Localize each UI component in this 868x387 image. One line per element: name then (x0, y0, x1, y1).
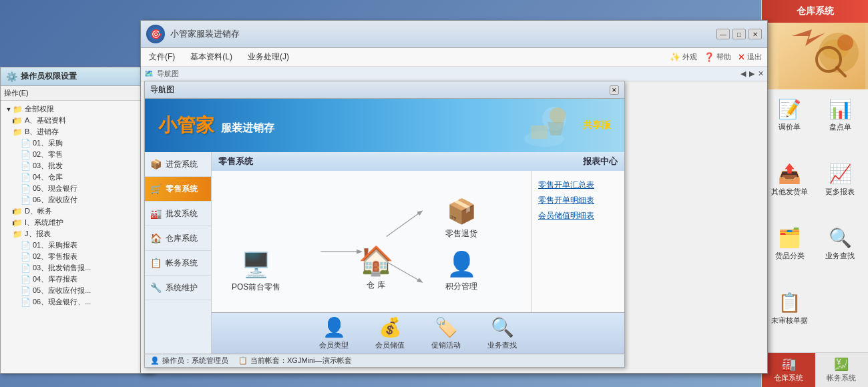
nav-window-title: 导航图 (150, 84, 174, 95)
nav-diagram: 🖥️ POS前台零售 🏠 仓 库 📦 零售退货 (212, 171, 531, 312)
nav-menu-jinghuo[interactable]: 📦进货系统 (145, 152, 211, 177)
right-icon-yewu_cz[interactable]: 🔍业务查找 (816, 222, 865, 285)
main-menubar: 文件(F) 基本资料(L) 业务处理(J) ✨ 外观 ❓ 帮助 ✕ 退出 (141, 48, 767, 67)
tree-item[interactable]: 📄01、采购 (3, 137, 150, 149)
right-panel-header: 仓库系统 (762, 0, 868, 23)
permissions-title-bar: ⚙️ 操作员权限设置 (1, 67, 153, 86)
bottom-tool-member_store[interactable]: 💰会员储值 (375, 316, 405, 350)
tree-item[interactable]: 📄02、零售报表 (3, 251, 150, 262)
permissions-window: ⚙️ 操作员权限设置 操作(E) ▼📁全部权限▶📁A、基础资料▼📁B、进销存 📄… (0, 67, 154, 374)
permissions-menu-operation[interactable]: 操作(E) (4, 89, 29, 97)
tree-item[interactable]: 📄01、采购报表 (3, 240, 150, 251)
brand-name-cn: 小管家 (158, 113, 214, 138)
restore-button[interactable]: □ (732, 29, 746, 39)
bottom-tool-member_type[interactable]: 👤会员类型 (319, 316, 349, 350)
right-icon-symbol-qita_fhd: 📤 (778, 163, 801, 185)
tab-icon-cangku: 🏭 (781, 357, 796, 372)
svg-rect-2 (531, 125, 548, 139)
right-panel-bottom: 🏭仓库系统💹帐务系统 (762, 352, 868, 387)
tree-item[interactable]: ▼📁B、进销存 (3, 126, 150, 137)
tab-label-zhangwu: 帐务系统 (827, 373, 856, 383)
report-link[interactable]: 零售开单明细表 (538, 193, 618, 208)
warehouse-node[interactable]: 🏠 仓 库 (359, 244, 393, 291)
nav-menu-xitong[interactable]: 🔧系统维护 (145, 276, 211, 300)
tree-item[interactable]: ▶📁A、基础资料 (3, 115, 150, 126)
bottom-tool-promo[interactable]: 🏷️促销活动 (431, 316, 461, 350)
nav-icon: 🗺️ (144, 69, 154, 78)
nav-status-bar: 👤 操作员：系统管理员 📋 当前帐套：XGJMini—演示帐套 (145, 354, 624, 367)
main-title-bar: 🎯 小管家服装进销存 — □ ✕ (141, 21, 767, 48)
nav-menu-zhangwu[interactable]: 📋帐务系统 (145, 251, 211, 276)
nav-menu-pifa[interactable]: 🏭批发系统 (145, 202, 211, 226)
right-icon-huopin_fl[interactable]: 🗂️货品分类 (765, 222, 815, 285)
menu-basic[interactable]: 基本资料(L) (188, 51, 235, 63)
main-window-title: 小管家服装进销存 (170, 28, 240, 40)
help-label: 帮助 (716, 52, 731, 62)
tree-item[interactable]: 📄03、批发 (3, 160, 150, 171)
points-icon: 👤 (447, 250, 477, 278)
nav-close-button[interactable]: ✕ (610, 85, 619, 95)
tree-item[interactable]: 📄05、现金银行 (3, 183, 150, 194)
right-icon-label-huopin_fl: 货品分类 (775, 251, 805, 261)
right-icon-gengduo_bb[interactable]: 📈更多报表 (816, 157, 865, 221)
bottom-tool-biz_search[interactable]: 🔍业务查找 (487, 316, 517, 350)
right-icon-weishenhe_jd[interactable]: 📋未审核单据 (765, 286, 815, 350)
nav-menu-cangku[interactable]: 🏠仓库系统 (145, 226, 211, 251)
tree-item[interactable]: 📄06、现金银行、... (3, 296, 150, 308)
tree-item[interactable]: ▶📁D、帐务 (3, 206, 150, 217)
appearance-label: 外观 (682, 52, 697, 62)
pin-close-icon[interactable]: ✕ (758, 69, 764, 78)
report-link[interactable]: 零售开单汇总表 (538, 177, 618, 193)
main-window: 🎯 小管家服装进销存 — □ ✕ 文件(F) 基本资料(L) 业务处理(J) ✨… (140, 20, 768, 374)
right-tab-cangku[interactable]: 🏭仓库系统 (762, 353, 815, 387)
right-panel: 仓库系统 📝调价单📊盘 (761, 0, 868, 387)
right-icon-symbol-weishenhe_jd: 📋 (778, 292, 801, 314)
right-icon-pandian[interactable]: 📊盘点单 (816, 93, 865, 156)
tree-item[interactable]: 📄02、零售 (3, 149, 150, 160)
nav-menu-lingshou[interactable]: 🛒零售系统 (145, 177, 211, 202)
right-icon-tiaojiadan[interactable]: 📝调价单 (765, 93, 815, 156)
nav-bottom-toolbar: 👤会员类型💰会员储值🏷️促销活动🔍业务查找 (212, 312, 624, 354)
tree-item[interactable]: ▼📁全部权限 (3, 103, 150, 115)
points-node[interactable]: 👤 积分管理 (445, 250, 477, 292)
minimize-button[interactable]: — (716, 29, 730, 39)
account-label: 当前帐套：XGJMini—演示帐套 (250, 356, 352, 366)
tool-label-member_store: 会员储值 (375, 340, 405, 350)
right-icon-label-weishenhe_jd: 未审核单据 (771, 316, 808, 326)
tree-item[interactable]: ▼📁J、报表 (3, 228, 150, 240)
menu-file[interactable]: 文件(F) (146, 51, 178, 63)
nav-header: 小管家 服装进销存 共享版 (145, 99, 624, 152)
pos-label: POS前台零售 (232, 282, 280, 293)
tree-item[interactable]: 📄05、应收应付报... (3, 285, 150, 296)
right-icon-label-gengduo_bb: 更多报表 (825, 187, 855, 197)
appearance-btn[interactable]: ✨ 外观 (670, 52, 697, 62)
logo-symbol: 🎯 (150, 29, 162, 39)
help-btn[interactable]: ❓ 帮助 (704, 52, 731, 62)
tree-item[interactable]: 📄06、应收应付 (3, 194, 150, 206)
pin-right-icon[interactable]: ▶ (749, 69, 754, 78)
tree-item[interactable]: 📄04、仓库 (3, 171, 150, 183)
tree-item[interactable]: ▶📁I、系统维护 (3, 217, 150, 228)
right-icon-qita_fhd[interactable]: 📤其他发货单 (765, 157, 815, 221)
return-node[interactable]: 📦 零售退货 (445, 198, 477, 240)
return-icon: 📦 (447, 198, 477, 226)
close-button[interactable]: ✕ (748, 29, 762, 39)
right-tab-zhangwu[interactable]: 💹帐务系统 (815, 353, 869, 387)
nav-content: 📦进货系统🛒零售系统🏭批发系统🏠仓库系统📋帐务系统🔧系统维护 零售系统 报表中心 (145, 152, 624, 354)
quit-btn[interactable]: ✕ 退出 (738, 52, 762, 62)
menu-business[interactable]: 业务处理(J) (245, 51, 292, 63)
report-link[interactable]: 会员储值明细表 (538, 208, 618, 224)
pos-node[interactable]: 🖥️ POS前台零售 (232, 251, 280, 293)
help-icon: ❓ (704, 52, 714, 62)
points-label: 积分管理 (445, 281, 477, 292)
brand-logo: 小管家 服装进销存 (158, 113, 274, 138)
nav-window: 导航图 ✕ 小管家 服装进销存 共享版 (144, 81, 625, 368)
tree-item[interactable]: 📄04、库存报表 (3, 274, 150, 285)
tree-item[interactable]: 📄03、批发销售报... (3, 262, 150, 274)
toolbar-strip-left: 🗺️ 导航图 (144, 69, 179, 79)
pin-left-icon[interactable]: ◀ (740, 69, 746, 78)
svg-point-11 (837, 35, 853, 51)
svg-line-6 (387, 212, 422, 237)
right-icon-label-pandian: 盘点单 (829, 122, 851, 132)
nav-menu-icon-jinghuo: 📦 (149, 157, 162, 171)
